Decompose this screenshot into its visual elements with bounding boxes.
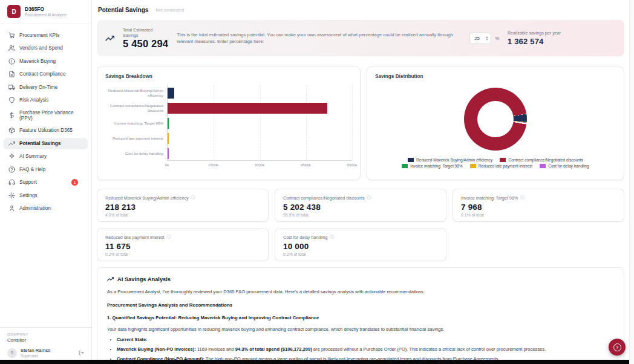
total-savings-block: Total Estimated Savings 5 450 294 xyxy=(123,27,168,50)
shield-icon xyxy=(8,97,15,103)
legend-item: Reduced late payment interest xyxy=(470,164,532,168)
sidebar-item-vendors-and-spend[interactable]: Vendors and Spend xyxy=(4,42,88,54)
stat-percent-of-total: 0.2% of total xyxy=(283,252,438,256)
sidebar-item-contract-compliance[interactable]: Contract Compliance xyxy=(4,68,88,80)
savings-breakdown-card: Savings Breakdown Reduced Maverick Buyin… xyxy=(97,67,361,180)
document-icon xyxy=(8,71,15,77)
legend-swatch xyxy=(470,164,476,168)
bar-category-label: Cost for delay handling xyxy=(105,146,167,161)
realizable-label: Realizable savings per year xyxy=(508,30,563,36)
sidebar-item-potential-savings[interactable]: Potential Savings xyxy=(4,138,88,149)
gear-icon xyxy=(8,192,15,199)
ai-heading: Procurement Savings Analysis and Recomme… xyxy=(107,302,614,308)
ai-bullet: Maverick Buying (Non-PO Invoices): 1169 … xyxy=(117,346,614,353)
legend-item: Reduced Maverick Buying/Admin efficiency xyxy=(408,158,492,162)
page-header: Potential Savings Not connected xyxy=(97,0,624,18)
scrollbar[interactable] xyxy=(629,0,634,364)
x-tick-label: 4500k xyxy=(301,163,311,167)
app-subtitle: Procurement AI Analyzer xyxy=(25,13,67,17)
stat-label: Contract compliance/Negotiated discounts xyxy=(283,195,365,201)
connection-status: Not connected xyxy=(155,7,184,13)
donut-chart xyxy=(464,88,527,151)
sidebar-item-feature-utilization-d365[interactable]: Feature Utilization D365 xyxy=(4,125,88,136)
sidebar-item-label: Potential Savings xyxy=(19,141,60,146)
sidebar-item-maverick-buying[interactable]: Maverick Buying xyxy=(4,56,88,67)
info-icon[interactable]: ⓘ xyxy=(330,234,335,240)
cart-icon xyxy=(8,32,15,39)
stat-card-reduced-maverick-buying-admin-efficiency: Reduced Maverick Buying/Admin efficiency… xyxy=(97,189,269,222)
info-icon[interactable]: ⓘ xyxy=(167,234,171,240)
logout-icon[interactable] xyxy=(79,350,84,356)
banner-description: This is the total estimated savings pote… xyxy=(177,31,461,45)
total-savings-value: 5 450 294 xyxy=(123,38,168,50)
sidebar-item-procurement-kpis[interactable]: Procurement KPIs xyxy=(4,30,88,41)
legend-label: Cost for delay handling xyxy=(548,164,589,168)
user-admin-icon xyxy=(8,205,15,212)
trending-up-icon xyxy=(8,140,15,147)
stat-card-reduced-late-payment-interest: Reduced late payment interestⓘ11 6750.2%… xyxy=(97,228,269,261)
stat-card-invoice-matching-target-98: Invoice matching: Target 98%ⓘ7 9680.1% o… xyxy=(453,189,624,222)
sidebar-item-ai-summary[interactable]: AI Summary xyxy=(4,151,88,162)
sidebar-item-support[interactable]: Support1 xyxy=(4,177,88,188)
headset-icon xyxy=(8,179,15,186)
sidebar-item-risk-analysis[interactable]: Risk Analysis xyxy=(4,94,88,106)
legend-swatch xyxy=(408,158,414,162)
legend-swatch xyxy=(500,158,506,162)
company-name: Consilior xyxy=(7,337,84,343)
stat-label: Reduced late payment interest xyxy=(105,235,165,240)
bar-3 xyxy=(168,133,169,144)
legend-label: Invoice matching: Target 98% xyxy=(410,164,462,168)
sidebar-item-label: Delivery On-Time xyxy=(19,85,57,90)
stat-value: 10 000 xyxy=(283,242,438,251)
stat-value: 7 968 xyxy=(461,203,616,212)
chart-legend: Reduced Maverick Buying/Admin efficiency… xyxy=(396,158,595,168)
gridline xyxy=(352,85,353,160)
bar-category-label: Reduced late payment interest xyxy=(105,131,167,146)
bar-category-label: Invoice matching: Target 98% xyxy=(105,115,167,131)
ai-savings-analysis-card: AI Savings Analysis As a Procurement Ana… xyxy=(97,267,624,364)
app-name: D365FO xyxy=(25,6,67,12)
bar-0 xyxy=(168,88,174,99)
app-logo-block: D D365FO Procurement AI Analyzer xyxy=(0,0,91,24)
stat-value: 11 675 xyxy=(105,242,260,251)
support-badge: 1 xyxy=(71,179,78,186)
total-savings-label: Total Estimated Savings xyxy=(123,27,166,38)
legend-item: Cost for delay handling xyxy=(540,164,589,168)
sidebar-item-label: FAQ & Help xyxy=(19,167,45,172)
sidebar-item-label: Maverick Buying xyxy=(19,59,56,64)
dollar-icon xyxy=(8,112,15,119)
x-tick-label: 6000k xyxy=(347,163,358,167)
sidebar-item-label: Contract Compliance xyxy=(19,71,65,77)
info-icon[interactable]: ⓘ xyxy=(191,195,195,201)
info-icon[interactable]: ⓘ xyxy=(367,195,371,201)
percent-input[interactable] xyxy=(474,36,484,41)
help-chat-fab[interactable]: ? xyxy=(609,339,626,356)
percent-stepper[interactable] xyxy=(486,36,488,41)
bar-2 xyxy=(168,118,169,129)
sidebar-item-faq-help[interactable]: FAQ & Help xyxy=(4,164,88,175)
legend-label: Contract compliance/Negotiated discounts xyxy=(508,158,583,162)
legend-item: Contract compliance/Negotiated discounts xyxy=(500,158,583,162)
savings-distribution-card: Savings Distribution Reduced Maverick Bu… xyxy=(367,67,624,180)
sidebar-footer: COMPANY Consilior S Stefan Ramsö Superus… xyxy=(0,327,91,364)
ai-intro-text: As a Procurement Analyst, I've thoroughl… xyxy=(107,289,614,294)
sidebar-item-delivery-on-time[interactable]: Delivery On-Time xyxy=(4,82,88,93)
company-label: COMPANY xyxy=(7,332,84,336)
total-savings-banner: Total Estimated Savings 5 450 294 This i… xyxy=(97,20,624,56)
sidebar-item-settings[interactable]: Settings xyxy=(4,190,88,201)
sidebar-item-purchase-price-variance-ppv[interactable]: Purchase Price Variance (PPV) xyxy=(4,108,88,123)
sidebar-nav: Procurement KPIsVendors and SpendMaveric… xyxy=(0,24,91,327)
info-icon[interactable]: ⓘ xyxy=(520,195,525,201)
help-chat-icon: ? xyxy=(613,343,621,351)
alert-circle-icon xyxy=(8,58,15,65)
sidebar-item-administration[interactable]: Administration xyxy=(4,203,88,214)
sidebar-item-label: Risk Analysis xyxy=(19,97,48,103)
bar-chart-title: Savings Breakdown xyxy=(105,74,352,79)
stat-percent-of-total: 95.5% of total xyxy=(283,213,438,217)
donut-chart-title: Savings Distribution xyxy=(375,74,616,79)
sidebar: D D365FO Procurement AI Analyzer Procure… xyxy=(0,0,92,364)
sidebar-item-label: Vendors and Spend xyxy=(19,45,63,51)
stat-percent-of-total: 4.0% of total xyxy=(105,213,260,217)
avatar: S xyxy=(7,348,17,358)
page-title: Potential Savings xyxy=(98,7,148,13)
